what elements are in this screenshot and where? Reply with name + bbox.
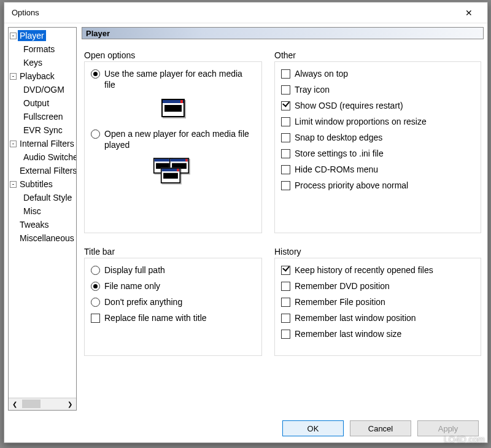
check-other-option[interactable]: Hide CD-ROMs menu: [281, 164, 474, 175]
radio-new-player[interactable]: Open a new player for each media file pl…: [91, 128, 255, 150]
tree-toggle-icon[interactable]: -: [10, 33, 17, 39]
close-button[interactable]: ✕: [457, 4, 481, 21]
group-label: History: [274, 247, 481, 257]
check-other-option[interactable]: Limit window proportions on resize: [281, 116, 474, 127]
check-history-option[interactable]: Remember File position: [281, 296, 474, 307]
checkbox-icon: [281, 330, 290, 339]
tree-item[interactable]: EVR Sync: [9, 123, 76, 137]
group-open-options: Open options Use the same player for eac…: [84, 50, 262, 233]
checkbox-icon: [281, 181, 290, 190]
option-label: Snap to desktop edges: [295, 132, 382, 143]
radio-full-path[interactable]: Display full path: [91, 265, 255, 276]
option-label: Remember DVD position: [295, 280, 390, 292]
check-other-option[interactable]: Snap to desktop edges: [281, 132, 474, 143]
option-label: Process priority above normal: [295, 180, 408, 191]
tree-item-label: Formats: [21, 44, 56, 55]
tree-item[interactable]: Keys: [9, 56, 76, 69]
check-other-option[interactable]: Store settings to .ini file: [281, 148, 474, 159]
radio-icon: [91, 266, 100, 275]
panel-header: Player: [82, 27, 484, 39]
check-history-option[interactable]: Remember last window position: [281, 312, 474, 323]
ok-button[interactable]: OK: [282, 420, 344, 436]
tree-item-label: Audio Switcher: [21, 152, 76, 163]
cancel-button[interactable]: Cancel: [350, 420, 411, 436]
tree-item-label: Player: [18, 30, 46, 41]
checkbox-icon: [281, 85, 290, 95]
scroll-left-icon[interactable]: ❮: [9, 398, 21, 410]
tree-item-label: Default Style: [21, 192, 74, 203]
tree-item[interactable]: Fullscreen: [9, 110, 76, 123]
tree-item-label: Tweaks: [18, 219, 50, 230]
dialog-footer: OK Cancel Apply: [4, 414, 487, 442]
option-label: Store settings to .ini file: [295, 148, 384, 159]
option-label: Tray icon: [295, 84, 330, 95]
scroll-right-icon[interactable]: ❯: [64, 398, 76, 410]
tree-item[interactable]: Tweaks: [9, 218, 76, 231]
tree-item[interactable]: Formats: [9, 42, 76, 56]
tree-item-label: Internal Filters: [18, 138, 76, 149]
checkbox-icon: [281, 314, 290, 323]
tree-list: -PlayerFormatsKeys-PlaybackDVD/OGMOutput…: [9, 28, 76, 398]
group-history: History Keep history of recently opened …: [274, 247, 481, 356]
group-label: Other: [274, 50, 481, 60]
tree-item[interactable]: DVD/OGM: [9, 83, 76, 96]
radio-icon: [91, 298, 100, 307]
check-history-option[interactable]: Keep history of recently opened files: [281, 265, 474, 276]
group-label: Title bar: [84, 247, 262, 257]
radio-no-prefix[interactable]: Don't prefix anything: [91, 296, 255, 307]
checkbox-icon: [281, 133, 290, 142]
scroll-track[interactable]: [21, 398, 64, 410]
tree-item-label: Miscellaneous: [18, 233, 76, 244]
tree-item[interactable]: Misc: [9, 204, 76, 218]
tree-item-label: Subtitles: [18, 179, 55, 190]
tree-item[interactable]: -Player: [9, 29, 76, 42]
radio-icon: [91, 69, 100, 79]
option-label: Limit window proportions on resize: [295, 116, 427, 127]
tree-item-label: Misc: [21, 206, 43, 217]
check-other-option[interactable]: Show OSD (requires restart): [281, 100, 474, 111]
radio-same-player[interactable]: Use the same player for each media file: [91, 68, 255, 90]
multi-player-icon: [152, 156, 195, 187]
tree-toggle-icon[interactable]: -: [10, 181, 17, 188]
option-label: Always on top: [295, 68, 348, 79]
close-icon: ✕: [465, 8, 473, 18]
tree-item[interactable]: -Internal Filters: [9, 137, 76, 150]
tree-item-label: Output: [21, 98, 51, 109]
check-other-option[interactable]: Tray icon: [281, 84, 474, 95]
check-history-option[interactable]: Remember DVD position: [281, 280, 474, 292]
checkbox-icon: [281, 69, 290, 79]
watermark: LO4D.com: [444, 434, 485, 444]
category-tree: -PlayerFormatsKeys-PlaybackDVD/OGMOutput…: [8, 27, 77, 411]
tree-item[interactable]: Default Style: [9, 191, 76, 204]
radio-icon: [91, 129, 100, 139]
tree-item-label: Keys: [21, 57, 44, 68]
tree-item[interactable]: External Filters: [9, 164, 76, 177]
tree-item[interactable]: -Subtitles: [9, 177, 76, 191]
check-other-option[interactable]: Process priority above normal: [281, 180, 474, 191]
checkbox-icon: [281, 101, 290, 110]
option-label: Remember last window position: [295, 312, 416, 323]
tree-item-label: EVR Sync: [21, 125, 64, 136]
checkbox-icon: [281, 149, 290, 158]
tree-toggle-icon[interactable]: -: [10, 141, 17, 147]
checkbox-icon: [281, 117, 290, 126]
tree-toggle-icon[interactable]: -: [10, 73, 17, 80]
tree-item[interactable]: Output: [9, 96, 76, 110]
tree-item[interactable]: Miscellaneous: [9, 231, 76, 245]
radio-file-name-only[interactable]: File name only: [91, 280, 255, 292]
settings-panel: Player Open options Use the same player …: [82, 27, 484, 411]
check-history-option[interactable]: Remember last window size: [281, 328, 474, 339]
tree-hscrollbar[interactable]: ❮ ❯: [9, 398, 76, 410]
option-label: Remember File position: [295, 296, 385, 307]
group-title-bar: Title bar Display full path File name on…: [84, 247, 262, 356]
scroll-thumb[interactable]: [22, 400, 41, 408]
group-label: Open options: [84, 50, 262, 60]
tree-item[interactable]: Audio Switcher: [9, 150, 76, 164]
checkbox-icon: [281, 282, 290, 291]
radio-icon: [91, 282, 100, 291]
tree-item-label: Fullscreen: [21, 111, 65, 122]
check-other-option[interactable]: Always on top: [281, 68, 474, 79]
check-replace-title[interactable]: Replace file name with title: [91, 312, 255, 323]
tree-item[interactable]: -Playback: [9, 69, 76, 83]
option-label: Hide CD-ROMs menu: [295, 164, 378, 175]
